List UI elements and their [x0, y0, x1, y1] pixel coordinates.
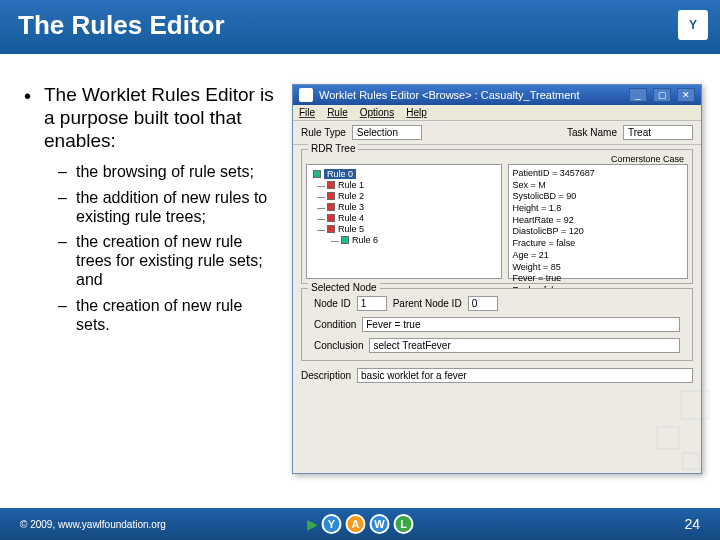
case-line: DiastolicBP = 120	[513, 226, 683, 238]
tree-node-icon	[327, 225, 335, 233]
slide-title: The Rules Editor	[18, 10, 225, 40]
tree-node-icon	[327, 203, 335, 211]
intro-text: The Worklet Rules Editor is a purpose bu…	[18, 84, 278, 152]
case-line: Height = 1.8	[513, 203, 683, 215]
logo-letter: Y	[322, 514, 342, 534]
minimize-button[interactable]: _	[629, 88, 647, 102]
rule-type-label: Rule Type	[301, 127, 346, 138]
page-number: 24	[684, 516, 700, 532]
parent-id-label: Parent Node ID	[393, 298, 462, 309]
cornerstone-case-box: PatientID = 3457687 Sex = M SystolicBD =…	[508, 164, 688, 279]
window-title: Worklet Rules Editor <Browse> : Casualty…	[319, 89, 579, 101]
slide-header: The Rules Editor Y	[0, 0, 720, 54]
list-item: the browsing of rule sets;	[62, 162, 278, 181]
description-input[interactable]	[357, 368, 693, 383]
tree-node[interactable]: Rule 3	[338, 202, 364, 212]
screenshot-column: Worklet Rules Editor <Browse> : Casualty…	[292, 84, 702, 484]
tree-node-icon	[313, 170, 321, 178]
tree-node-icon	[327, 214, 335, 222]
tree-node-icon	[327, 192, 335, 200]
selected-node-legend: Selected Node	[308, 282, 380, 293]
selector-row: Rule Type Selection Task Name Treat	[293, 121, 701, 145]
list-item: the addition of new rules to existing ru…	[62, 188, 278, 226]
text-column: The Worklet Rules Editor is a purpose bu…	[18, 84, 278, 484]
case-line: PatientID = 3457687	[513, 168, 683, 180]
case-line: SystolicBD = 90	[513, 191, 683, 203]
list-item: the creation of new rule trees for exist…	[62, 232, 278, 290]
slide-content: The Worklet Rules Editor is a purpose bu…	[0, 54, 720, 494]
yawl-logo: ▶ Y A W L	[307, 514, 414, 534]
menu-bar: File Rule Options Help	[293, 105, 701, 121]
selected-node-fieldset: Selected Node Node ID Parent Node ID Con…	[301, 288, 693, 361]
tree-node-icon	[327, 181, 335, 189]
header-logo-icon: Y	[678, 10, 708, 40]
tree-root[interactable]: Rule 0	[324, 169, 356, 179]
case-line: Fracture = false	[513, 238, 683, 250]
list-item: the creation of new rule sets.	[62, 296, 278, 334]
maximize-button[interactable]: ▢	[653, 88, 671, 102]
condition-input[interactable]	[362, 317, 680, 332]
case-line: Weight = 85	[513, 262, 683, 274]
play-icon: ▶	[307, 516, 318, 532]
case-line: Age = 21	[513, 250, 683, 262]
menu-help[interactable]: Help	[406, 107, 427, 118]
conclusion-label: Conclusion	[314, 340, 363, 351]
tree-node[interactable]: Rule 5	[338, 224, 364, 234]
case-line: Sex = M	[513, 180, 683, 192]
description-label: Description	[301, 370, 351, 381]
parent-id-input[interactable]	[468, 296, 498, 311]
tree-node-icon	[341, 236, 349, 244]
rule-type-select[interactable]: Selection	[352, 125, 422, 140]
case-line: Fever = true	[513, 273, 683, 285]
menu-rule[interactable]: Rule	[327, 107, 348, 118]
app-window: Worklet Rules Editor <Browse> : Casualty…	[292, 84, 702, 474]
slide-footer: © 2009, www.yawlfoundation.org ▶ Y A W L…	[0, 508, 720, 540]
tree-node[interactable]: Rule 6	[352, 235, 378, 245]
tree-node[interactable]: Rule 4	[338, 213, 364, 223]
rdr-legend: RDR Tree	[308, 143, 358, 154]
cornerstone-label: Cornerstone Case	[306, 154, 688, 164]
logo-letter: A	[346, 514, 366, 534]
task-name-select[interactable]: Treat	[623, 125, 693, 140]
conclusion-input[interactable]	[369, 338, 680, 353]
tree-node[interactable]: Rule 2	[338, 191, 364, 201]
logo-letter: W	[370, 514, 390, 534]
window-titlebar: Worklet Rules Editor <Browse> : Casualty…	[293, 85, 701, 105]
app-icon	[299, 88, 313, 102]
tree-node[interactable]: Rule 1	[338, 180, 364, 190]
condition-label: Condition	[314, 319, 356, 330]
close-button[interactable]: ✕	[677, 88, 695, 102]
node-id-label: Node ID	[314, 298, 351, 309]
copyright-text: © 2009, www.yawlfoundation.org	[20, 519, 166, 530]
rule-tree[interactable]: Rule 0 Rule 1 Rule 2 Rule 3 Rule 4 Rule …	[306, 164, 502, 279]
logo-letter: L	[394, 514, 414, 534]
sub-bullet-list: the browsing of rule sets; the addition …	[18, 162, 278, 334]
task-name-label: Task Name	[567, 127, 617, 138]
case-line: HeartRate = 92	[513, 215, 683, 227]
rdr-fieldset: RDR Tree Cornerstone Case Rule 0 Rule 1 …	[301, 149, 693, 284]
menu-file[interactable]: File	[299, 107, 315, 118]
menu-options[interactable]: Options	[360, 107, 394, 118]
node-id-input[interactable]	[357, 296, 387, 311]
